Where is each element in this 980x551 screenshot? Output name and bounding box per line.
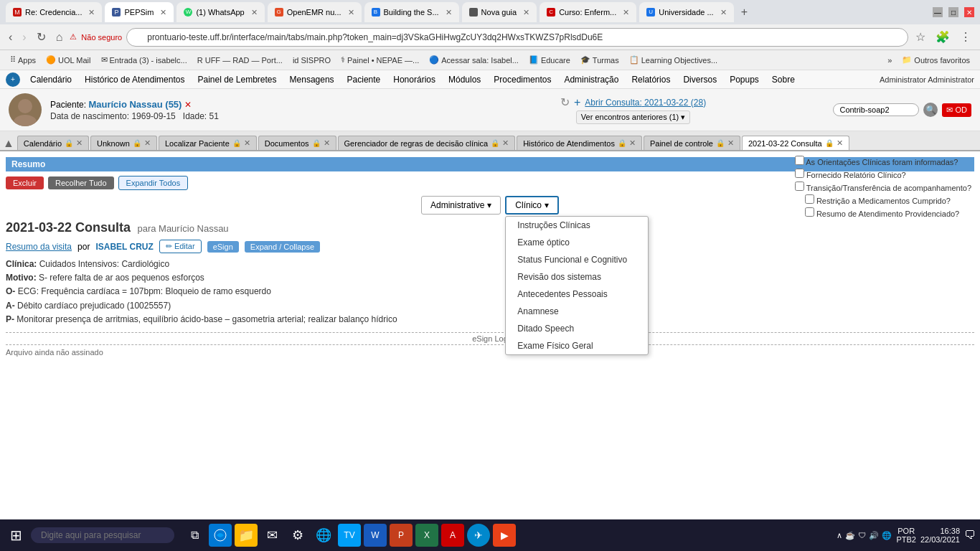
tab-close-documentos[interactable]: ✕ (324, 138, 330, 148)
collapse-tabs-btn[interactable]: ▲ (3, 137, 14, 150)
maximize-button[interactable]: □ (948, 7, 958, 17)
tab-gmail[interactable]: M Re: Credencia... ✕ (6, 2, 102, 22)
checkbox-resumo[interactable]: Resumo de Atendimento Providenciado? (795, 207, 971, 218)
menu-item-exame-optico[interactable]: Exame óptico (506, 234, 648, 251)
tab-calendario[interactable]: Calendário 🔒 ✕ (17, 136, 89, 150)
checkbox-resumo-input[interactable] (805, 207, 814, 217)
bookmark-uol[interactable]: 🟠 UOL Mail (42, 54, 95, 66)
taskbar-search[interactable] (31, 527, 174, 543)
tab-gerenciador[interactable]: Gerenciador de regras de decisão clínica… (338, 136, 516, 150)
tab-close-unknown[interactable]: ✕ (144, 138, 151, 148)
taskbar-chrome[interactable]: 🌐 (312, 524, 335, 547)
browser-menu-button[interactable]: ⋮ (957, 29, 974, 45)
close-button[interactable]: ✕ (964, 7, 974, 17)
menu-item-antecedentes[interactable]: Antecedentes Pessoais (506, 286, 648, 303)
bookmark-uff[interactable]: R UFF — RAD — Port... (193, 55, 287, 66)
tab-close-calendario[interactable]: ✕ (76, 138, 83, 148)
checkbox-restricao[interactable]: Restrição a Medicamentos Cumprido? (795, 194, 971, 205)
reload-button[interactable]: ↻ (34, 29, 49, 45)
checkbox-orientacoes-input[interactable] (795, 156, 804, 165)
tab-close-universidade[interactable]: ✕ (720, 8, 727, 17)
edit-button[interactable]: ✏ Editar (159, 240, 202, 253)
bookmark-entrada[interactable]: ✉ Entrada (3) - isabelc... (97, 54, 192, 66)
taskbar-edge[interactable] (209, 524, 232, 547)
menu-administracao[interactable]: Administração (558, 73, 624, 86)
tray-show-hidden[interactable]: ∧ (837, 531, 842, 540)
menu-popups[interactable]: Popups (724, 73, 765, 86)
recolher-button[interactable]: Recolher Tudo (48, 176, 114, 189)
notifications-btn[interactable]: 🗨 (964, 529, 976, 542)
patient-name[interactable]: Maurício Nassau (55) (88, 99, 182, 110)
bookmark-sispro[interactable]: id SISPRO (288, 55, 335, 66)
menu-item-anamnese[interactable]: Anamnese (506, 303, 648, 320)
tab-close-building[interactable]: ✕ (446, 8, 452, 17)
tab-close-whatsapp[interactable]: ✕ (251, 8, 258, 17)
bookmark-turmas[interactable]: 🎓 Turmas (576, 54, 623, 66)
contrib-search[interactable] (833, 103, 919, 116)
tab-universidade[interactable]: U Universidade ... ✕ (639, 2, 733, 22)
bookmark-sala[interactable]: 🔵 Acessar sala: Isabel... (425, 54, 523, 66)
tab-whatsapp[interactable]: W (1) WhatsApp ✕ (176, 2, 264, 22)
remove-patient-btn[interactable]: ✕ (184, 100, 192, 110)
menu-relatorios[interactable]: Relatórios (626, 73, 676, 86)
menu-calendario[interactable]: Calendário (24, 73, 77, 86)
taskbar-task-view[interactable]: ⧉ (183, 524, 206, 547)
tab-painel-controle[interactable]: Painel de controle 🔒 ✕ (644, 136, 740, 150)
taskbar-acrobat[interactable]: A (441, 524, 464, 547)
encounter-link[interactable]: Abrir Consulta: 2021-03-22 (28) (585, 98, 706, 108)
tab-localizar[interactable]: Localizar Paciente 🔒 ✕ (159, 136, 257, 150)
menu-item-revisao[interactable]: Revisão dos sistemas (506, 268, 648, 286)
tray-antivirus[interactable]: 🛡 (858, 531, 866, 540)
menu-honorarios[interactable]: Honorários (387, 73, 441, 86)
taskbar-excel[interactable]: X (415, 524, 438, 547)
minimize-button[interactable]: — (933, 7, 943, 17)
checkbox-restricao-input[interactable] (805, 194, 814, 204)
new-tab-button[interactable]: + (737, 6, 752, 19)
menu-procedimentos[interactable]: Procedimentos (488, 73, 557, 86)
bookmark-educare[interactable]: 📘 Educare (524, 54, 575, 66)
menu-mensagens[interactable]: Mensagens (284, 73, 340, 86)
tab-documentos[interactable]: Documentos 🔒 ✕ (258, 136, 336, 150)
menu-paciente[interactable]: Paciente (341, 73, 387, 86)
back-button[interactable]: ‹ (6, 29, 15, 45)
checkbox-orientacoes[interactable]: As Orientações Clínicas foram informadas… (795, 156, 971, 166)
menu-item-status-funcional[interactable]: Status Funcional e Cognitivo (506, 251, 648, 268)
tab-close-localizar[interactable]: ✕ (244, 138, 250, 148)
refresh-icon[interactable]: ↻ (560, 95, 570, 109)
tab-close-painel-controle[interactable]: ✕ (727, 138, 734, 148)
tab-unknown[interactable]: Unknown 🔒 ✕ (90, 136, 157, 150)
prev-encounters-btn[interactable]: Ver encontros anteriores (1) ▾ (576, 110, 690, 124)
tab-close-gerenciador[interactable]: ✕ (502, 138, 509, 148)
tab-close-consulta[interactable]: ✕ (837, 138, 843, 148)
tab-close-pepsim[interactable]: ✕ (160, 8, 166, 17)
bookmark-learning[interactable]: 📋 Learning Objectives... (625, 54, 722, 66)
search-button[interactable]: 🔍 (923, 103, 938, 117)
tab-pepsim[interactable]: P PEPSim ✕ (105, 2, 174, 22)
tab-close-curso[interactable]: ✕ (623, 8, 629, 17)
add-encounter-icon[interactable]: + (574, 96, 580, 109)
tab-close-openemr[interactable]: ✕ (348, 8, 354, 17)
menu-diversos[interactable]: Diversos (677, 73, 722, 86)
menu-painel-lembretes[interactable]: Painel de Lembretes (192, 73, 282, 86)
tab-curso[interactable]: C Curso: Enferm... ✕ (540, 2, 636, 22)
menu-item-ditado[interactable]: Ditado Speech (506, 320, 648, 337)
expand-collapse-button[interactable]: Expand / Collapse (245, 241, 320, 253)
tab-openemr[interactable]: G OpenEMR nu... ✕ (268, 2, 362, 22)
excluir-button[interactable]: Excluir (6, 176, 44, 189)
checkbox-transicao-input[interactable] (795, 182, 804, 191)
clinico-dropdown[interactable]: Clínico ▾ (505, 196, 559, 215)
menu-item-exame-fisico[interactable]: Exame Físico Geral (506, 337, 648, 354)
esign-button[interactable]: eSign (207, 241, 239, 253)
taskbar-settings[interactable]: ⚙ (286, 524, 309, 547)
menu-item-instrucoes[interactable]: Instruções Clínicas (506, 217, 648, 234)
tray-network[interactable]: 🌐 (882, 531, 892, 540)
tab-building[interactable]: B Building the S... ✕ (364, 2, 459, 22)
taskbar-telegram[interactable]: ✈ (467, 524, 490, 547)
tab-close-nova[interactable]: ✕ (523, 8, 529, 17)
tab-historico[interactable]: Histórico de Atendimentos 🔒 ✕ (517, 136, 642, 150)
checkbox-relatorio-input[interactable] (795, 169, 804, 178)
bookmark-nepae[interactable]: ⚕ Painel • NEPAE —... (336, 54, 423, 66)
home-button[interactable]: ⌂ (53, 29, 66, 45)
address-input[interactable] (126, 28, 908, 47)
bookmark-button[interactable]: ☆ (913, 29, 928, 45)
